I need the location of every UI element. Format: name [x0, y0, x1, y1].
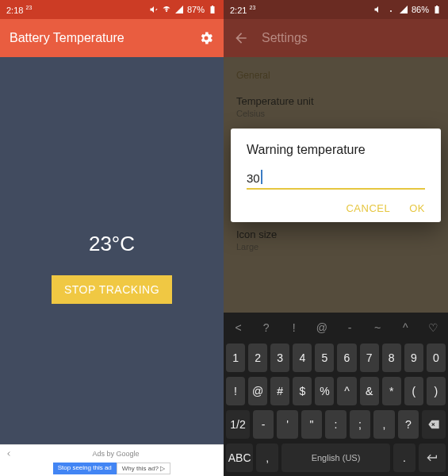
stop-tracking-button[interactable]: STOP TRACKING	[52, 275, 172, 304]
app-bar: Settings	[224, 19, 448, 57]
key[interactable]: 8	[382, 344, 401, 372]
key[interactable]: ;	[350, 410, 370, 439]
key[interactable]: (	[404, 377, 423, 405]
battery-icon	[432, 5, 442, 14]
status-bar: 2:18 23 87%	[0, 0, 224, 19]
key[interactable]: -	[253, 410, 274, 439]
key[interactable]: "	[301, 410, 322, 439]
mute-icon	[373, 5, 383, 14]
battery-icon	[208, 5, 217, 14]
key[interactable]: %	[315, 377, 334, 405]
key[interactable]: @	[309, 317, 334, 339]
settings-body: General Temperature unit Celsius Allow n…	[224, 57, 448, 476]
ad-label: Ads by Google	[13, 450, 219, 458]
key[interactable]: 4	[293, 344, 312, 372]
key[interactable]: !	[226, 377, 245, 405]
screen-right: 2:21 23 86% Settings General Temperature…	[224, 0, 448, 476]
temperature-display: 23°C	[89, 232, 135, 256]
key[interactable]: @	[248, 377, 267, 405]
keyboard-suggestion-row: <?!@-~^♡	[226, 317, 446, 339]
keyboard-row: ABC , English (US) .	[226, 443, 446, 472]
wifi-icon	[386, 5, 396, 14]
key[interactable]: ^	[337, 377, 356, 405]
key[interactable]: ^	[393, 317, 418, 339]
key[interactable]: -	[338, 317, 362, 339]
keyboard-row: 1/2 -'":;,?	[226, 410, 446, 439]
key[interactable]: )	[427, 377, 446, 405]
key[interactable]: 2	[248, 344, 267, 372]
mute-icon	[149, 5, 159, 14]
key[interactable]: #	[270, 377, 289, 405]
key[interactable]: :	[325, 410, 346, 439]
app-bar: Battery Temperature	[0, 19, 224, 57]
dialog-title: Warning temperature	[247, 143, 425, 157]
key-space[interactable]: English (US)	[281, 443, 390, 472]
wifi-icon	[162, 5, 171, 14]
settings-icon[interactable]	[198, 30, 214, 46]
key[interactable]: 1	[226, 344, 245, 372]
warning-temp-dialog: Warning temperature CANCEL OK	[231, 129, 441, 222]
battery-percent: 87%	[187, 5, 205, 14]
status-icons: 87%	[149, 5, 217, 14]
key[interactable]: '	[277, 410, 297, 439]
app-title: Battery Temperature	[10, 31, 124, 45]
key[interactable]: ~	[366, 317, 390, 339]
back-icon[interactable]	[233, 30, 249, 46]
ad-back-icon[interactable]	[5, 447, 13, 461]
key[interactable]: ?	[398, 410, 419, 439]
battery-percent: 86%	[412, 5, 429, 14]
screen-left: 2:18 23 87% Battery Temperature 23°C STO…	[0, 0, 224, 476]
key-comma[interactable]: ,	[256, 443, 278, 472]
key-shift[interactable]: 1/2	[226, 410, 250, 439]
keyboard-row: !@#$%^&*()	[226, 377, 446, 405]
key-abc[interactable]: ABC	[226, 443, 253, 472]
signal-icon	[174, 5, 184, 14]
key[interactable]: ♡	[421, 317, 446, 339]
warning-temp-input[interactable]	[247, 168, 425, 190]
key[interactable]: ,	[373, 410, 394, 439]
ok-button[interactable]: OK	[409, 202, 425, 214]
key-enter[interactable]	[419, 443, 446, 472]
key[interactable]: 3	[270, 344, 289, 372]
key[interactable]: 9	[404, 344, 423, 372]
key[interactable]: *	[382, 377, 401, 405]
key[interactable]: ?	[254, 317, 278, 339]
cancel-button[interactable]: CANCEL	[346, 202, 390, 214]
text-cursor	[261, 170, 262, 184]
key[interactable]: 0	[427, 344, 446, 372]
ad-why-button[interactable]: Why this ad? ▷	[117, 463, 170, 474]
key[interactable]: <	[226, 317, 251, 339]
key[interactable]: 5	[315, 344, 334, 372]
status-time: 2:21 23	[230, 5, 255, 15]
key-backspace[interactable]	[422, 410, 446, 439]
status-icons: 86%	[373, 5, 442, 14]
ad-banner: Ads by Google Stop seeing this ad Why th…	[0, 444, 224, 476]
key[interactable]: $	[293, 377, 312, 405]
main-body: 23°C STOP TRACKING Ads by Google Stop se…	[0, 57, 224, 476]
status-time: 2:18 23	[6, 5, 32, 15]
key-dot[interactable]: .	[393, 443, 415, 472]
key[interactable]: &	[360, 377, 379, 405]
signal-icon	[399, 5, 408, 14]
key[interactable]: 7	[360, 344, 379, 372]
key[interactable]: !	[281, 317, 306, 339]
app-title: Settings	[262, 31, 308, 45]
key[interactable]: 6	[337, 344, 356, 372]
keyboard-row: 1234567890	[226, 344, 446, 372]
keyboard: <?!@-~^♡ 1234567890 !@#$%^&*() 1/2 -'":;…	[224, 313, 448, 476]
status-bar: 2:21 23 86%	[224, 0, 448, 19]
ad-stop-button[interactable]: Stop seeing this ad	[53, 463, 117, 474]
